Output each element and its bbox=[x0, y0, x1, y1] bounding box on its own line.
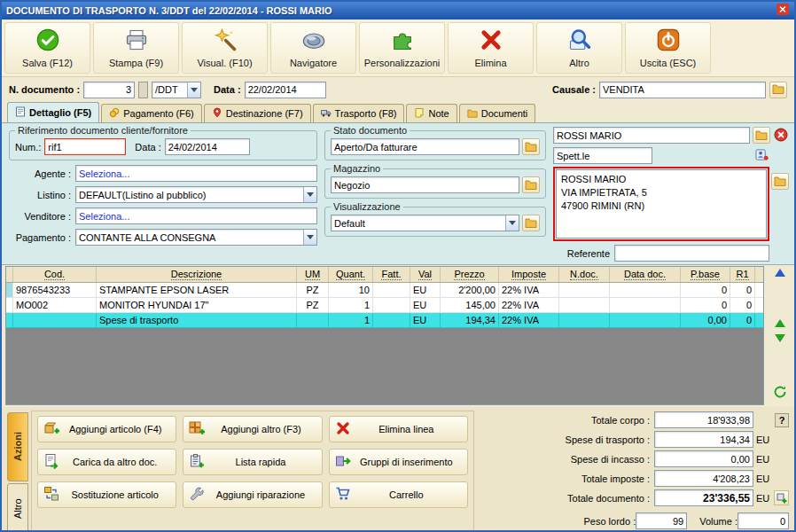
side-tab-altro[interactable]: Altro bbox=[7, 483, 28, 532]
col-prezzo[interactable]: Prezzo bbox=[441, 267, 499, 282]
magazzino-folder-button[interactable] bbox=[522, 176, 540, 193]
grid-header: Cod. Descrizione UM Quant. Fatt. Val Pre… bbox=[6, 267, 763, 283]
delete-line-button[interactable]: Elimina linea bbox=[329, 416, 468, 442]
contact-button[interactable] bbox=[753, 148, 769, 164]
insert-groups-button[interactable]: Gruppi di inserimento bbox=[329, 449, 468, 475]
delete-button[interactable]: Elimina bbox=[448, 22, 534, 74]
title-bar: DOCUMENTO DI TRASPORTO N. 3/DDT del 22/0… bbox=[2, 2, 794, 20]
col-cod[interactable]: Cod. bbox=[13, 267, 97, 282]
save-check-icon bbox=[35, 27, 60, 56]
doc-number-aux-button[interactable] bbox=[138, 82, 148, 98]
causale-input[interactable]: VENDITA bbox=[599, 82, 766, 98]
detail-form-icon bbox=[15, 106, 26, 119]
move-down-icon[interactable] bbox=[775, 334, 785, 342]
col-pbase[interactable]: P.base bbox=[681, 267, 730, 282]
magazzino-input[interactable]: Negozio bbox=[331, 176, 519, 193]
spese-trasporto-value[interactable]: 194,34 bbox=[654, 431, 753, 448]
print-button[interactable]: Stampa (F9) bbox=[93, 22, 179, 74]
stato-folder-button[interactable] bbox=[522, 138, 540, 155]
add-other-button[interactable]: Aggiungi altro (F3) bbox=[183, 416, 322, 442]
cliente-input[interactable]: ROSSI MARIO bbox=[553, 127, 750, 144]
agente-input[interactable]: Seleziona... bbox=[75, 165, 317, 182]
salutation-input[interactable]: Spett.le bbox=[553, 147, 652, 164]
totals-panel: Totale corpo : 18'933,98 ? Spese di tras… bbox=[483, 411, 789, 532]
chevron-down-icon bbox=[187, 82, 200, 98]
col-fatt[interactable]: Fatt. bbox=[373, 267, 410, 282]
doc-type-select[interactable]: /DDT bbox=[152, 82, 201, 98]
venditore-label: Venditore : bbox=[9, 211, 71, 222]
folder-icon bbox=[525, 217, 537, 230]
currency-label: EU bbox=[753, 434, 773, 445]
substitute-article-button[interactable]: Sostituzione articolo bbox=[37, 481, 176, 508]
col-val[interactable]: Val bbox=[410, 267, 441, 282]
col-quant[interactable]: Quant. bbox=[329, 267, 373, 282]
quick-list-button[interactable]: Lista rapida bbox=[183, 449, 322, 475]
totale-imposte-value: 4'208,23 bbox=[654, 470, 753, 487]
causale-folder-button[interactable] bbox=[769, 82, 787, 98]
table-row[interactable]: MO002 MONITOR HYUNDAI 17" PZ 1 EU 145,00… bbox=[6, 298, 763, 313]
listino-select[interactable]: DEFAULT(Listino al pubblico) bbox=[75, 186, 317, 203]
tab-destinazione[interactable]: Destinazione (F7) bbox=[204, 104, 311, 122]
navigator-button[interactable]: Navigatore bbox=[270, 22, 356, 74]
action-side-tabs: Azioni Altro bbox=[7, 411, 28, 532]
side-tab-azioni[interactable]: Azioni bbox=[7, 412, 28, 481]
col-um[interactable]: UM bbox=[297, 267, 329, 282]
visualizzazione-folder-button[interactable] bbox=[522, 215, 540, 231]
spese-incasso-value[interactable]: 0,00 bbox=[654, 450, 753, 467]
col-r1[interactable]: R1 bbox=[730, 267, 755, 282]
move-up-icon[interactable] bbox=[775, 319, 785, 327]
box-plus-icon bbox=[43, 420, 60, 438]
col-descrizione[interactable]: Descrizione bbox=[97, 267, 297, 282]
doc-number-input[interactable]: 3 bbox=[83, 82, 135, 98]
add-article-button[interactable]: Aggiungi articolo (F4) bbox=[37, 416, 176, 442]
rif-data-input[interactable]: 24/02/2014 bbox=[165, 138, 250, 155]
cliente-folder-button[interactable] bbox=[753, 127, 770, 144]
bottom-panel: Azioni Altro Aggiungi articolo (F4) Aggi… bbox=[2, 407, 794, 532]
stato-documento-group: Stato documento Aperto/Da fatturare bbox=[324, 125, 546, 160]
customizations-button[interactable]: Personalizzazioni bbox=[359, 22, 445, 74]
tab-note[interactable]: Note bbox=[406, 104, 457, 122]
pagamento-label: Pagamento : bbox=[9, 232, 71, 243]
preview-button[interactable]: Visual. (F10) bbox=[182, 22, 268, 74]
tab-trasporto[interactable]: Trasporto (F8) bbox=[313, 104, 405, 122]
refresh-icon[interactable] bbox=[773, 385, 787, 403]
folder-icon bbox=[774, 176, 786, 188]
col-ndoc[interactable]: N.doc. bbox=[559, 267, 610, 282]
visualizzazione-select[interactable]: Default bbox=[331, 215, 519, 231]
venditore-input[interactable]: Seleziona... bbox=[75, 207, 317, 224]
table-row[interactable]: 9876543233 STAMPANTE EPSON LASER PZ 10 E… bbox=[6, 283, 763, 298]
referente-input[interactable] bbox=[614, 245, 769, 262]
cliente-remove-button[interactable] bbox=[773, 128, 789, 144]
exit-button[interactable]: Uscita (ESC) bbox=[625, 22, 711, 74]
help-button[interactable]: ? bbox=[775, 413, 789, 427]
address-box[interactable]: ROSSI MARIO VIA IMPIETRATA, 5 47900 RIMI… bbox=[556, 169, 767, 239]
peso-input[interactable]: 99 bbox=[636, 512, 687, 529]
save-button[interactable]: Salva (F12) bbox=[4, 22, 90, 74]
table-row-selected[interactable]: Spese di trasporto 1 EU 194,34 22% IVA 0… bbox=[6, 313, 763, 328]
totale-documento-value: 23'336,55 bbox=[654, 489, 753, 506]
tab-pagamento[interactable]: Pagamento (F6) bbox=[101, 104, 201, 122]
tab-documenti[interactable]: Documenti bbox=[459, 104, 536, 122]
coins-icon bbox=[109, 107, 120, 120]
visualizzazione-group: Visualizzazione Default bbox=[324, 201, 546, 237]
col-imposte[interactable]: Imposte bbox=[499, 267, 559, 282]
spese-incasso-row: Spese di incasso : 0,00 EU bbox=[483, 450, 789, 467]
scroll-up-icon[interactable] bbox=[775, 269, 785, 277]
totals-detail-button[interactable] bbox=[774, 490, 789, 505]
other-button[interactable]: Altro bbox=[536, 22, 622, 74]
close-button[interactable] bbox=[776, 4, 790, 17]
tab-dettaglio[interactable]: Dettaglio (F5) bbox=[7, 102, 99, 122]
spese-trasporto-row: Spese di trasporto : 194,34 EU bbox=[483, 431, 789, 448]
cart-button[interactable]: Carrello bbox=[329, 481, 468, 508]
rif-num-input[interactable]: rif1 bbox=[44, 138, 126, 155]
add-repair-button[interactable]: Aggiungi riparazione bbox=[183, 481, 322, 508]
load-from-doc-button[interactable]: Carica da altro doc. bbox=[37, 449, 176, 475]
close-icon bbox=[776, 3, 789, 19]
col-datadoc[interactable]: Data doc. bbox=[610, 267, 681, 282]
address-folder-button[interactable] bbox=[771, 173, 789, 190]
note-icon bbox=[414, 107, 425, 120]
pagamento-select[interactable]: CONTANTE ALLA CONSEGNA bbox=[75, 229, 317, 246]
stato-documento-input[interactable]: Aperto/Da fatturare bbox=[331, 138, 519, 155]
doc-date-input[interactable]: 22/02/2014 bbox=[245, 82, 326, 98]
volume-input[interactable]: 0 bbox=[737, 512, 789, 529]
